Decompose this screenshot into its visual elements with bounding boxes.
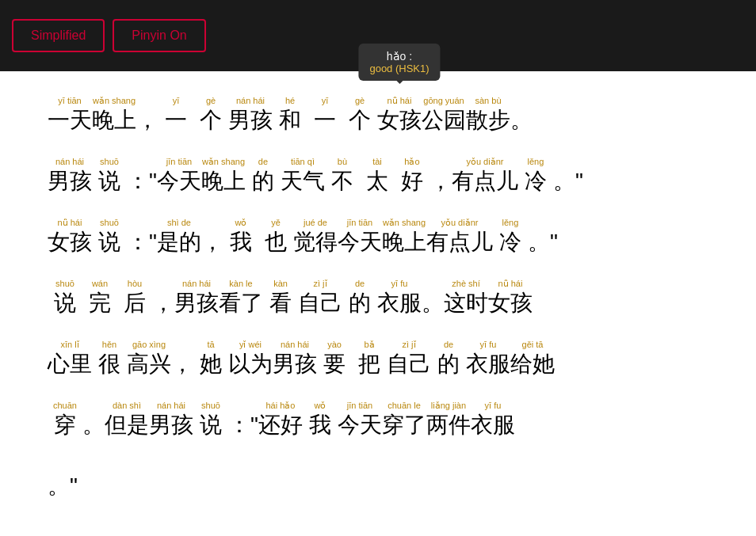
punctuation: ：" — [127, 217, 157, 256]
word-unit[interactable]: sàn bù散步 — [466, 95, 510, 134]
word-unit[interactable]: nán hái男孩 — [149, 400, 193, 439]
tooltip-word[interactable]: hǎo :good (HSK1)nǚ hái女孩 — [377, 95, 422, 134]
word-unit[interactable]: yǒu diǎnr有点儿 — [452, 156, 518, 195]
word-unit[interactable]: jīn tiān今天 — [338, 217, 382, 256]
word-unit[interactable]: xīn lǐ心里 — [48, 339, 92, 378]
word-unit[interactable]: jué de觉得 — [293, 217, 338, 256]
word-unit[interactable]: gōng yuán公园 — [422, 95, 466, 134]
word-unit[interactable]: kàn看 — [263, 278, 298, 317]
pinyin-text: jīn tiān — [347, 217, 372, 229]
word-unit[interactable]: nán hái男孩 — [228, 95, 273, 134]
word-unit[interactable]: shuō说 — [48, 278, 82, 317]
hanzi-text: 。 — [422, 290, 444, 317]
simplified-tab[interactable]: Simplified — [12, 19, 105, 52]
word-unit[interactable]: yī fu衣服 — [377, 278, 422, 317]
word-unit[interactable]: shuō说 — [92, 217, 127, 256]
word-unit[interactable]: hái hǎo还好 — [258, 400, 303, 439]
word-unit[interactable]: tài太 — [360, 156, 395, 195]
word-unit[interactable]: bù不 — [325, 156, 360, 195]
word-unit[interactable]: zì jǐ自己 — [387, 339, 431, 378]
word-unit[interactable]: nǚ hái女孩 — [488, 278, 533, 317]
word-unit[interactable]: shì de是的 — [157, 217, 201, 256]
word-unit[interactable]: de的 — [431, 339, 466, 378]
pinyin-text: xīn lǐ — [60, 339, 78, 351]
word-unit[interactable]: yī fu衣服 — [471, 400, 515, 439]
word-unit[interactable]: hé和 — [273, 95, 307, 134]
word-unit[interactable]: wǎn shang晚上 — [201, 156, 246, 195]
hanzi-text: 衣服 — [377, 290, 422, 317]
word-unit[interactable]: nán hái男孩 — [48, 156, 92, 195]
word-unit[interactable]: yǐ wéi以为 — [228, 339, 273, 378]
hanzi-text: 晚上 — [201, 168, 246, 195]
hanzi-text: ， — [152, 290, 174, 317]
punctuation: 。" — [528, 217, 558, 256]
word-unit[interactable]: nán hái男孩 — [174, 278, 219, 317]
word-unit[interactable]: kàn le看了 — [219, 278, 263, 317]
hanzi-text: 太 — [366, 168, 388, 195]
pinyin-text: sàn bù — [475, 95, 501, 107]
word-unit[interactable]: yào要 — [317, 339, 352, 378]
word-unit[interactable]: liǎng jiàn两件 — [426, 400, 471, 439]
word-unit[interactable]: zhè shí这时 — [444, 278, 488, 317]
punctuation: ， — [171, 339, 193, 378]
word-unit[interactable]: yī tiān一天 — [48, 95, 92, 134]
word-unit[interactable]: shuō说 — [92, 156, 127, 195]
word-unit[interactable]: yī fu衣服 — [466, 339, 510, 378]
hanzi-text: 一 — [314, 107, 336, 134]
pinyin-tab[interactable]: Pinyin On — [113, 19, 205, 52]
hanzi-text: 的 — [437, 351, 460, 378]
hanzi-text: 个 — [200, 107, 222, 134]
pinyin-text — [140, 217, 143, 229]
word-unit[interactable]: yě也 — [258, 217, 293, 256]
hanzi-text: 说 — [54, 290, 76, 317]
word-unit[interactable]: de的 — [246, 156, 281, 195]
pinyin-text: zì jǐ — [313, 278, 326, 290]
word-unit[interactable]: dàn shì但是 — [105, 400, 149, 439]
word-unit[interactable]: shuō说 — [193, 400, 228, 439]
pinyin-text: lěng — [502, 217, 519, 229]
pinyin-text — [439, 156, 441, 168]
hanzi-text: ， — [171, 351, 193, 378]
word-unit[interactable]: jīn tiān今天 — [338, 400, 382, 439]
word-unit[interactable]: tā她 — [193, 339, 228, 378]
word-unit[interactable]: nǚ hái女孩 — [48, 217, 92, 256]
punctuation: ， — [430, 156, 452, 195]
word-unit[interactable]: chuān穿 — [48, 400, 82, 439]
hanzi-text: 公园 — [422, 107, 466, 134]
hanzi-text: 冷 — [525, 168, 547, 195]
word-unit[interactable]: wǒ我 — [223, 217, 258, 256]
pinyin-text: hé — [285, 95, 295, 107]
word-unit[interactable]: hěn很 — [92, 339, 127, 378]
word-unit[interactable]: chuān le穿了 — [382, 400, 426, 439]
word-unit[interactable]: lěng冷 — [518, 156, 553, 195]
hanzi-text: 和 — [279, 107, 301, 134]
hanzi-text: ：" — [127, 229, 157, 256]
pinyin-text: yī — [173, 95, 180, 107]
word-unit[interactable]: bǎ把 — [352, 339, 387, 378]
pinyin-text: de — [355, 278, 365, 290]
word-unit[interactable]: wán完 — [82, 278, 117, 317]
word-unit[interactable]: wǎn shang晚上 — [382, 217, 426, 256]
word-unit[interactable]: hòu后 — [117, 278, 152, 317]
word-unit[interactable]: yī一 — [158, 95, 193, 134]
hanzi-text: 衣服 — [466, 351, 510, 378]
word-unit[interactable]: wǎn shang晚上 — [92, 95, 136, 134]
word-unit[interactable]: jīn tiān今天 — [157, 156, 201, 195]
word-unit[interactable]: nán hái男孩 — [273, 339, 317, 378]
word-unit[interactable]: yī一 — [307, 95, 342, 134]
punctuation: 。 — [82, 400, 105, 439]
word-unit[interactable]: gāo xìng高兴 — [127, 339, 171, 378]
hanzi-text: ：" — [228, 412, 258, 439]
word-unit[interactable]: hǎo好 — [395, 156, 430, 195]
word-unit[interactable]: tiān qì天气 — [281, 156, 325, 195]
word-unit[interactable]: yǒu diǎnr有点儿 — [426, 217, 493, 256]
word-unit[interactable]: de的 — [342, 278, 377, 317]
pinyin-text: zì jǐ — [402, 339, 415, 351]
word-unit[interactable]: gěi tā给她 — [510, 339, 555, 378]
word-unit[interactable]: lěng冷 — [493, 217, 528, 256]
word-unit[interactable]: gè个 — [342, 95, 377, 134]
word-unit[interactable]: gè个 — [193, 95, 228, 134]
word-unit[interactable]: zì jǐ自己 — [298, 278, 342, 317]
word-unit[interactable]: wǒ我 — [303, 400, 338, 439]
pinyin-text: chuān le — [388, 400, 421, 412]
